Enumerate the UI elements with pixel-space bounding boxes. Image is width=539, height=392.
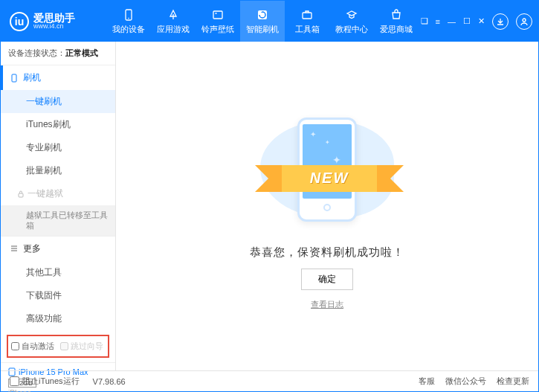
- store-icon: [389, 8, 404, 22]
- svg-rect-5: [303, 13, 312, 19]
- nav-ringtones[interactable]: 铃声壁纸: [196, 1, 240, 42]
- nav-flash[interactable]: 智能刷机: [240, 1, 285, 42]
- sidebar-other-tools[interactable]: 其他工具: [1, 261, 115, 284]
- sidebar-download-firmware[interactable]: 下载固件: [1, 284, 115, 307]
- ok-button[interactable]: 确定: [301, 269, 353, 290]
- skip-guide-checkbox[interactable]: 跳过向导: [60, 341, 103, 352]
- nav-tutorials[interactable]: 教程中心: [329, 1, 374, 42]
- user-button[interactable]: [516, 13, 532, 30]
- auto-activate-checkbox[interactable]: 自动激活: [11, 341, 54, 352]
- svg-point-6: [523, 19, 526, 22]
- svg-rect-7: [12, 74, 16, 82]
- sidebar-pro-flash[interactable]: 专业刷机: [1, 136, 115, 159]
- view-log-link[interactable]: 查看日志: [311, 299, 343, 310]
- logo-title: 爱思助手: [33, 13, 75, 23]
- minimize-icon[interactable]: —: [448, 17, 456, 26]
- maximize-icon[interactable]: ☐: [463, 16, 471, 26]
- nav-my-device[interactable]: 我的设备: [106, 1, 151, 42]
- toolbox-icon: [300, 8, 314, 22]
- sidebar-flash-header[interactable]: 刷机: [1, 65, 115, 90]
- nav-apps[interactable]: 应用游戏: [151, 1, 196, 42]
- svg-point-1: [128, 17, 129, 19]
- check-update-link[interactable]: 检查更新: [497, 376, 529, 387]
- success-message: 恭喜您，保资料刷机成功啦！: [250, 245, 404, 260]
- apps-icon: [166, 8, 181, 22]
- sidebar-itunes-flash[interactable]: iTunes刷机: [1, 113, 115, 136]
- list-icon: [10, 244, 19, 253]
- options-highlight: 自动激活 跳过向导: [7, 335, 109, 358]
- block-itunes-checkbox[interactable]: 阻止iTunes运行: [10, 376, 80, 387]
- skin-icon[interactable]: ❏: [421, 16, 428, 26]
- logo-icon: iu: [10, 12, 29, 31]
- wechat-link[interactable]: 微信公众号: [445, 376, 486, 387]
- logo-url: www.i4.cn: [33, 23, 75, 30]
- device-icon: [121, 8, 136, 22]
- new-ribbon: NEW: [255, 164, 404, 193]
- lock-icon: [17, 190, 25, 198]
- sidebar-oneclick-flash[interactable]: 一键刷机: [1, 90, 115, 113]
- close-icon[interactable]: ✕: [478, 16, 485, 26]
- success-illustration: ✦ ✦ ✦ NEW: [242, 103, 413, 237]
- sidebar-jailbreak: 一键越狱: [1, 182, 115, 205]
- app-logo: iu 爱思助手 www.i4.cn: [10, 12, 106, 31]
- customer-service-link[interactable]: 客服: [419, 376, 435, 387]
- sidebar-more-header[interactable]: 更多: [1, 237, 115, 261]
- connection-status: 设备连接状态：正常模式: [1, 42, 115, 65]
- download-button[interactable]: [492, 13, 509, 30]
- version-label: V7.98.66: [93, 377, 126, 386]
- sidebar-advanced[interactable]: 高级功能: [1, 307, 115, 330]
- image-icon: [210, 8, 225, 22]
- svg-rect-8: [19, 193, 23, 197]
- nav-store[interactable]: 爱思商城: [374, 1, 419, 42]
- sidebar-batch-flash[interactable]: 批量刷机: [1, 159, 115, 182]
- sidebar-jailbreak-info: 越狱工具已转移至工具箱: [1, 205, 115, 236]
- svg-point-3: [216, 13, 217, 14]
- hat-icon: [344, 8, 359, 22]
- flash-icon: [255, 8, 270, 22]
- nav-toolbox[interactable]: 工具箱: [285, 1, 329, 42]
- menu-icon[interactable]: ≡: [436, 17, 440, 26]
- phone-icon: [10, 74, 19, 83]
- svg-rect-2: [213, 11, 222, 19]
